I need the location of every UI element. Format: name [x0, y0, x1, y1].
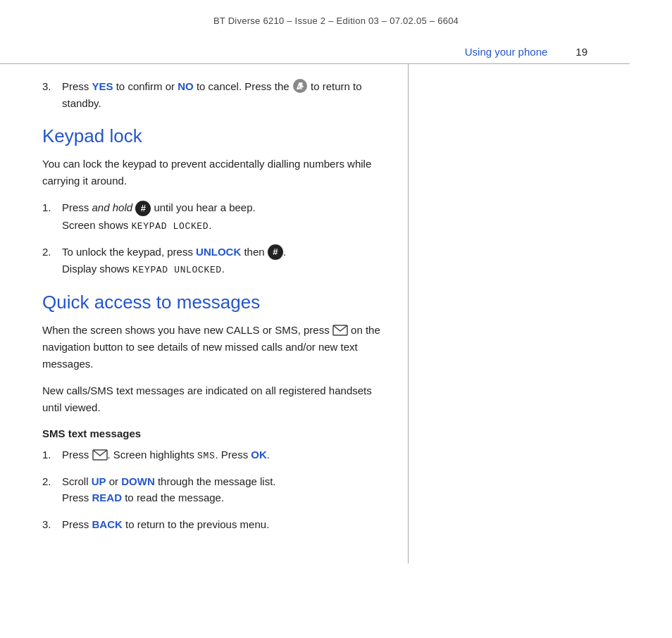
- keypad-locked-mono: KEYPAD LOCKED: [131, 221, 209, 232]
- keypad-step-2-num: 2.: [42, 244, 62, 277]
- quick-access-desc2: New calls/SMS text messages are indicate…: [42, 382, 387, 416]
- down-keyword: DOWN: [121, 475, 155, 487]
- step-3-item: 3. Press YES to confirm or NO to cancel.…: [42, 78, 387, 111]
- sms-step-3-num: 3.: [42, 516, 62, 532]
- envelope-icon-2: [92, 449, 108, 461]
- sms-step-2-content: Scroll UP or DOWN through the message li…: [62, 473, 387, 506]
- sms-mono: SMS: [197, 451, 215, 461]
- left-column: 3. Press YES to confirm or NO to cancel.…: [0, 64, 409, 563]
- page-header: BT Diverse 6210 – Issue 2 – Edition 03 –…: [0, 0, 672, 33]
- unlock-keyword: UNLOCK: [196, 246, 241, 258]
- section-title: Using your phone: [465, 46, 548, 58]
- yes-keyword: YES: [92, 80, 113, 92]
- sms-step-1: 1. Press . Screen highlights SMS. Press …: [42, 446, 387, 463]
- sms-step-3: 3. Press BACK to return to the previous …: [42, 516, 387, 532]
- keypad-step-1-content: Press and hold # until you hear a beep. …: [62, 199, 387, 233]
- keypad-lock-heading: Keypad lock: [42, 125, 387, 147]
- sms-step-2: 2. Scroll UP or DOWN through the message…: [42, 473, 387, 506]
- back-keyword: BACK: [92, 518, 123, 530]
- and-hold-text: and hold: [92, 201, 133, 213]
- page-container: BT Diverse 6210 – Issue 2 – Edition 03 –…: [0, 0, 672, 638]
- main-content: 3. Press YES to confirm or NO to cancel.…: [0, 64, 672, 563]
- section-header: Using your phone 19: [0, 33, 630, 64]
- hash-icon: #: [135, 201, 151, 216]
- quick-access-heading: Quick access to messages: [42, 292, 387, 313]
- keypad-step-2: 2. To unlock the keypad, press UNLOCK th…: [42, 244, 387, 277]
- ok-keyword: OK: [251, 449, 267, 461]
- keypad-lock-desc: You can lock the keypad to prevent accid…: [42, 156, 387, 189]
- sms-step-2-num: 2.: [42, 473, 62, 506]
- up-keyword: UP: [92, 475, 106, 487]
- hash-icon-2: #: [268, 244, 283, 260]
- sms-step-1-num: 1.: [42, 446, 62, 463]
- read-keyword: READ: [92, 492, 123, 503]
- keypad-step-1: 1. Press and hold # until you hear a bee…: [42, 199, 387, 233]
- keypad-unlocked-mono: KEYPAD UNLOCKED: [132, 265, 222, 275]
- sms-step-3-content: Press BACK to return to the previous men…: [62, 516, 387, 532]
- quick-access-desc1: When the screen shows you have new CALLS…: [42, 322, 387, 373]
- right-column: [409, 64, 672, 563]
- page-number: 19: [575, 46, 587, 58]
- pencil-icon: [292, 78, 308, 94]
- no-keyword: NO: [178, 80, 194, 92]
- sms-step-1-content: Press . Screen highlights SMS. Press OK.: [62, 446, 387, 463]
- step-3-content: Press YES to confirm or NO to cancel. Pr…: [62, 78, 387, 111]
- step-3-num: 3.: [42, 78, 62, 111]
- header-title: BT Diverse 6210 – Issue 2 – Edition 03 –…: [213, 15, 459, 26]
- envelope-icon: [332, 325, 348, 336]
- sms-subheading: SMS text messages: [42, 427, 387, 439]
- sms-heading-label: SMS: [42, 427, 66, 439]
- keypad-step-2-content: To unlock the keypad, press UNLOCK then …: [62, 244, 387, 277]
- keypad-step-1-num: 1.: [42, 199, 62, 233]
